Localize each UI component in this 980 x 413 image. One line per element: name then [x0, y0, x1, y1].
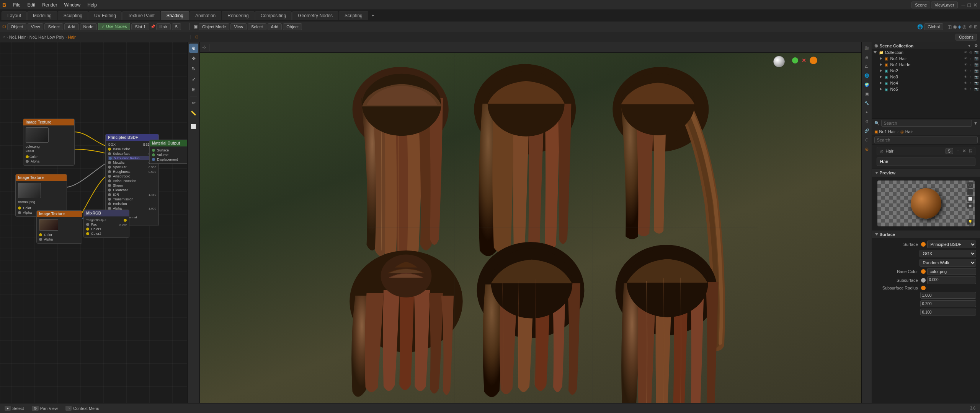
preview-light-icon[interactable]: 💡 [967, 219, 973, 225]
no2-vis-eye[interactable]: 👁 [963, 69, 968, 73]
slot-dropdown[interactable]: Slot 1 [131, 23, 149, 30]
material-name-input[interactable]: Hair [877, 158, 975, 166]
tool-transform[interactable]: ⊞ [189, 85, 198, 94]
prop-scene-icon[interactable]: 🌐 [862, 71, 871, 80]
tab-rendering[interactable]: Rendering [222, 11, 254, 20]
sub-radius-y-input[interactable]: 0.200 [920, 300, 976, 307]
vp-object-btn[interactable]: Object [283, 23, 302, 30]
coll-item-no4[interactable]: ▣ No4 👁 ↑ 📷 [878, 80, 980, 86]
coll-item-collection[interactable]: 📁 Collection 👁 ◎ 📷 [872, 49, 980, 55]
prop-object-icon[interactable]: ▣ [862, 89, 871, 98]
tool-move[interactable]: ✥ [189, 54, 198, 63]
no1hairfe-vis-eye[interactable]: 👁 [963, 63, 968, 67]
coll-item-no3[interactable]: ▣ No3 👁 ↑ 📷 [878, 74, 980, 80]
prop-render-icon[interactable]: 🎥 [862, 44, 871, 52]
coll-item-no5[interactable]: ▣ No5 👁 ↑ 📷 [878, 86, 980, 92]
menu-render[interactable]: Render [39, 2, 60, 8]
node-select-btn[interactable]: Select [44, 23, 63, 30]
menu-edit[interactable]: Edit [24, 2, 38, 8]
no4-vis-render[interactable]: 📷 [974, 81, 978, 85]
outliner-filter-icon[interactable]: ▼ [967, 44, 971, 48]
coll-vis-eye[interactable]: 👁 [963, 50, 968, 54]
sub-radius-x-input[interactable]: 1.000 [920, 292, 976, 299]
vp-view-btn[interactable]: View [230, 23, 247, 30]
tab-geometry-nodes[interactable]: Geometry Nodes [292, 11, 338, 20]
prop-material-icon[interactable]: ◎ [862, 145, 871, 153]
no4-vis-arrow[interactable]: ↑ [969, 81, 973, 85]
subsurface-slider[interactable]: 0.000 [927, 276, 976, 284]
mat-filter-icon[interactable]: ▼ [973, 121, 978, 125]
tab-modeling[interactable]: Modeling [27, 11, 57, 20]
no4-vis-eye[interactable]: 👁 [963, 81, 968, 85]
base-color-value[interactable]: color.png [927, 268, 976, 275]
no1hairfe-vis-arrow[interactable]: ↑ [969, 63, 973, 67]
no1hair-vis-arrow[interactable]: ↑ [969, 57, 973, 60]
node-mixrgb[interactable]: MixRGB TangentOutput Fac 0.500 Color1 [83, 210, 129, 238]
prop-particles-icon[interactable]: ✦ [862, 108, 871, 116]
preview-cylinder-btn[interactable]: ⬜ [967, 196, 973, 202]
node-add-btn[interactable]: Add [64, 23, 79, 30]
coll-item-no1hair[interactable]: ▣ No1 Hair 👁 ↑ 📷 [878, 55, 980, 62]
minimize-btn[interactable]: ─ [962, 2, 965, 8]
tab-compositing[interactable]: Compositing [255, 11, 292, 20]
no2-vis-render[interactable]: 📷 [974, 69, 978, 73]
prop-world-icon[interactable]: 🌍 [862, 80, 871, 89]
maximize-btn[interactable]: □ [968, 2, 971, 8]
menu-file[interactable]: File [10, 2, 23, 8]
no1hairfe-vis-render[interactable]: 📷 [974, 63, 978, 67]
tab-animation[interactable]: Animation [189, 11, 221, 20]
vp-add-btn[interactable]: Add [268, 23, 282, 30]
tool-measure[interactable]: 📏 [189, 109, 198, 118]
mat-bc-no1hair[interactable]: No1 Hair [879, 129, 896, 134]
mat-copy-slot-btn[interactable]: ⎘ [969, 148, 972, 154]
tab-shading[interactable]: Shading [161, 11, 189, 20]
mat-prop-search[interactable] [874, 137, 978, 143]
viewport-panel[interactable]: ⊹ ⊕ ✥ ↻ ⤢ ⊞ ✏ 📏 ⬜ [188, 42, 861, 403]
prop-object-data-icon[interactable]: ⬡ [862, 135, 871, 144]
mat-search-input[interactable] [881, 120, 972, 127]
mat-add-slot-btn[interactable]: + [957, 148, 959, 154]
viewlayer-selector[interactable]: ViewLayer [931, 2, 957, 8]
tab-sculpting[interactable]: Sculpting [58, 11, 88, 20]
node-mode-dropdown[interactable]: Object [7, 23, 26, 30]
coll-item-no1hairfe[interactable]: ▣ No1 Hairfe 👁 ↑ 📷 [878, 62, 980, 68]
tab-texture-paint[interactable]: Texture Paint [122, 11, 160, 20]
bc-hair[interactable]: Hair [68, 35, 76, 39]
menu-window[interactable]: Window [61, 2, 84, 8]
surface-shader-dropdown[interactable]: Principled BSDF [927, 241, 976, 248]
no1hair-vis-eye[interactable]: 👁 [963, 57, 968, 60]
outliner-options-icon[interactable]: ⚙ [974, 44, 978, 48]
prop-view-layer-icon[interactable]: 🗂 [862, 62, 871, 70]
mat-slot-name[interactable]: Hair [886, 149, 893, 153]
vp-select-tool[interactable]: ⊹ [202, 44, 206, 50]
material-name-field[interactable]: Hair [156, 23, 171, 30]
node-material-output[interactable]: Material Output Surface Volume Displacem… [149, 140, 188, 164]
vp-select-btn[interactable]: Select [248, 23, 266, 30]
viewport-shading-material[interactable]: ◈ [958, 24, 961, 29]
prop-physics-icon[interactable]: ⚙ [862, 117, 871, 125]
node-node-btn[interactable]: Node [80, 23, 97, 30]
sub-radius-z-input[interactable]: 0.100 [920, 309, 976, 315]
tab-layout[interactable]: Layout [2, 11, 27, 20]
coll-item-no2[interactable]: ▣ No2 👁 ↑ 📷 [878, 68, 980, 74]
tool-cursor[interactable]: ⊕ [189, 44, 198, 53]
no3-vis-eye[interactable]: 👁 [963, 75, 968, 79]
no5-vis-eye[interactable]: 👁 [963, 87, 968, 91]
coll-vis-select[interactable]: ◎ [969, 50, 973, 54]
no3-vis-render[interactable]: 📷 [974, 75, 978, 79]
prop-constraints-icon[interactable]: 🔗 [862, 126, 871, 135]
vp-mode-dropdown[interactable]: Object Mode [199, 23, 229, 30]
bc-lowpoly[interactable]: No1 Hair Low Poly [29, 35, 64, 39]
tool-add-cube[interactable]: ⬜ [189, 122, 198, 131]
global-shading-icon[interactable]: 🌐 [917, 24, 923, 29]
mat-slot-num[interactable]: 5 [172, 23, 181, 30]
prop-modifier-icon[interactable]: 🔧 [862, 99, 871, 107]
preview-plane-btn[interactable]: □ [967, 189, 973, 195]
xray-toggle[interactable]: ⊞ [974, 24, 978, 29]
overlay-toggle[interactable]: ⊕ [969, 24, 973, 29]
no2-vis-arrow[interactable]: ↑ [969, 69, 973, 73]
options-btn[interactable]: Options [956, 34, 977, 41]
tool-annotate[interactable]: ✏ [189, 98, 198, 107]
prop-output-icon[interactable]: 🖨 [862, 53, 871, 61]
random-walk-dropdown[interactable]: Random Walk [920, 259, 976, 267]
